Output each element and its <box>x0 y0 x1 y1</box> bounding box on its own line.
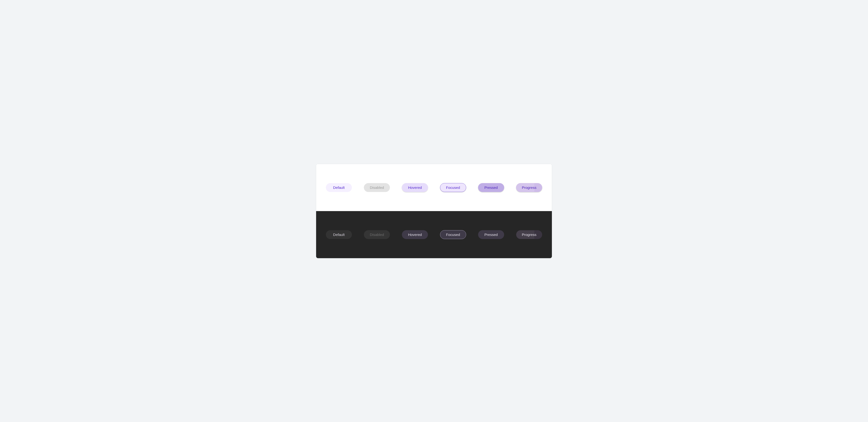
button-label: Focused <box>446 233 460 236</box>
button-label: Focused <box>446 186 460 189</box>
button-label: Progress <box>522 233 536 236</box>
button-label: Pressed <box>484 186 498 189</box>
light-theme-panel: Default Disabled Hovered Focused Pressed… <box>316 164 552 211</box>
button-label: Pressed <box>484 233 498 236</box>
button-label: Hovered <box>408 186 422 189</box>
default-button[interactable]: Default <box>326 183 352 192</box>
focused-button[interactable]: Focused <box>440 183 466 192</box>
focused-button[interactable]: Focused <box>440 230 466 239</box>
button-label: Hovered <box>408 233 422 236</box>
disabled-button: Disabled <box>364 183 390 192</box>
button-label: Progress <box>522 186 536 189</box>
dark-theme-panel: Default Disabled Hovered Focused Pressed… <box>316 211 552 258</box>
button-label: Disabled <box>370 186 384 189</box>
button-states-card: Default Disabled Hovered Focused Pressed… <box>316 164 552 258</box>
pressed-button[interactable]: Pressed <box>478 230 504 239</box>
button-label: Default <box>333 233 345 236</box>
button-label: Default <box>333 186 345 189</box>
pressed-button[interactable]: Pressed <box>478 183 504 192</box>
hovered-button[interactable]: Hovered <box>402 183 428 192</box>
default-button[interactable]: Default <box>326 230 352 239</box>
progress-button[interactable]: Progress <box>516 183 542 192</box>
disabled-button: Disabled <box>364 230 390 239</box>
button-label: Disabled <box>370 233 384 236</box>
progress-button[interactable]: Progress <box>516 230 542 239</box>
hovered-button[interactable]: Hovered <box>402 230 428 239</box>
